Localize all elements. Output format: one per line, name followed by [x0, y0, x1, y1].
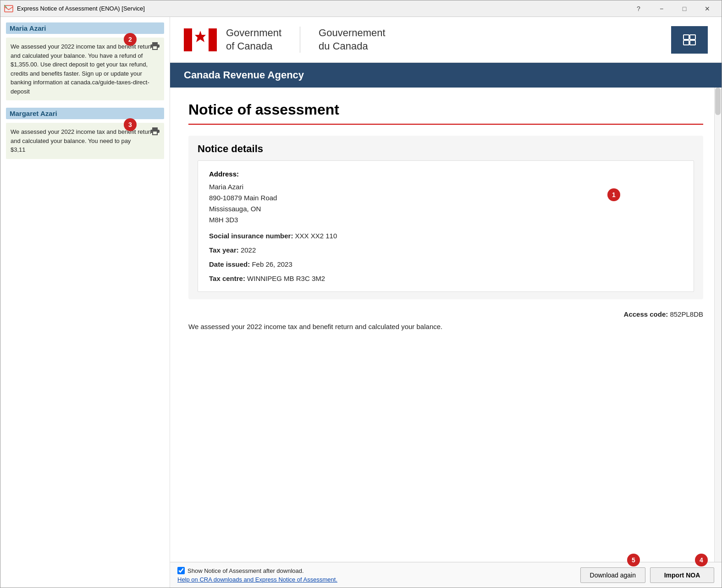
header-nav-box[interactable]	[671, 26, 708, 54]
scrollbar-thumb[interactable]	[715, 88, 721, 115]
download-again-button[interactable]: Download again	[580, 567, 645, 583]
person-1-name: Maria Azari	[6, 22, 164, 34]
date-issued-label: Date issued:	[209, 260, 250, 268]
tax-centre-field: Tax centre: WINNIPEG MB R3C 3M2	[209, 275, 683, 282]
notice-details-box: Notice details 1 Address: Maria Azari 89…	[188, 136, 703, 299]
doc-area: Notice of assessment Notice details 1 Ad…	[170, 88, 722, 562]
person-2-content: We assessed your 2022 income tax and ben…	[6, 123, 164, 159]
scrollbar-track[interactable]	[714, 88, 722, 562]
sidebar: Maria Azari We assessed your 2022 income…	[0, 17, 170, 588]
titlebar: Express Notice of Assessment (ENOA) [Ser…	[0, 0, 722, 17]
sin-label: Social insurance number:	[209, 232, 293, 240]
show-noa-label: Show Notice of Assessment after download…	[187, 567, 304, 574]
help-button[interactable]: ?	[628, 2, 649, 16]
noa-divider	[188, 124, 703, 125]
address-name: Maria Azari	[209, 181, 683, 192]
divider-line	[300, 27, 300, 53]
svg-rect-9	[690, 40, 695, 45]
gov-name-en: Government	[226, 27, 281, 40]
tax-year-value: 2022	[241, 246, 256, 254]
show-noa-checkbox-label[interactable]: Show Notice of Assessment after download…	[177, 567, 337, 574]
person-1-print-button[interactable]	[149, 41, 160, 54]
gov-header: Government of Canada Gouvernement du Can…	[170, 17, 722, 63]
date-issued-field: Date issued: Feb 26, 2023	[209, 260, 683, 268]
show-noa-checkbox[interactable]	[177, 567, 185, 574]
tax-centre-label: Tax centre:	[209, 275, 245, 282]
svg-rect-3	[209, 28, 217, 51]
tax-year-label: Tax year:	[209, 246, 239, 254]
sin-value: XXX XX2 110	[295, 232, 337, 240]
access-code-row: Access code: 852PL8DB	[188, 310, 703, 318]
sidebar-person-2: Margaret Azari We assessed your 2022 inc…	[6, 108, 164, 159]
agency-bar: Canada Revenue Agency	[170, 63, 722, 88]
assessed-text: We assessed your 2022 income tax and ben…	[188, 322, 703, 332]
gov-name-fr-block: Gouvernement du Canada	[319, 27, 386, 53]
address-street: 890-10879 Main Road	[209, 192, 683, 203]
close-button[interactable]: ✕	[697, 2, 718, 16]
details-card: 1 Address: Maria Azari 890-10879 Main Ro…	[198, 160, 694, 292]
gov-name-fr: Gouvernement	[319, 27, 386, 40]
sidebar-person-1: Maria Azari We assessed your 2022 income…	[6, 22, 164, 100]
gov-name-en-2: of Canada	[226, 40, 281, 53]
content-area: Government of Canada Gouvernement du Can…	[170, 17, 722, 588]
person-2-container: We assessed your 2022 income tax and ben…	[6, 123, 164, 159]
access-code-label: Access code:	[624, 310, 668, 318]
main-layout: Maria Azari We assessed your 2022 income…	[0, 17, 722, 588]
agency-name: Canada Revenue Agency	[184, 69, 304, 81]
app-window: Express Notice of Assessment (ENOA) [Ser…	[0, 0, 722, 588]
address-postal: M8H 3D3	[209, 214, 683, 225]
access-code-value: 852PL8DB	[670, 310, 703, 318]
tax-year-field: Tax year: 2022	[209, 246, 683, 254]
person-1-container: We assessed your 2022 income tax and ben…	[6, 38, 164, 100]
gov-name-en-block: Government of Canada	[226, 27, 281, 53]
bottom-bar: Show Notice of Assessment after download…	[170, 562, 722, 588]
notice-details-title: Notice details	[198, 143, 694, 155]
address-label: Address:	[209, 170, 683, 178]
person-2-text: We assessed your 2022 income tax and ben…	[11, 128, 153, 153]
person-2-name: Margaret Azari	[6, 108, 164, 119]
window-controls: ? − □ ✕	[628, 2, 718, 16]
bottom-actions: 5 4 Download again Import NOA	[580, 567, 714, 583]
app-icon	[4, 4, 13, 13]
person-1-content: We assessed your 2022 income tax and ben…	[6, 38, 164, 100]
bottom-left: Show Notice of Assessment after download…	[177, 567, 337, 583]
doc-scroll-area: Notice of assessment Notice details 1 Ad…	[170, 88, 722, 562]
sin-field: Social insurance number: XXX XX2 110	[209, 232, 683, 240]
noa-title: Notice of assessment	[188, 101, 703, 118]
tax-centre-value: WINNIPEG MB R3C 3M2	[247, 275, 325, 282]
window-title: Express Notice of Assessment (ENOA) [Ser…	[17, 5, 628, 12]
person-1-text: We assessed your 2022 income tax and ben…	[11, 43, 153, 95]
import-noa-button[interactable]: Import NOA	[650, 567, 714, 583]
svg-rect-8	[690, 35, 695, 39]
date-issued-value: Feb 26, 2023	[252, 260, 292, 268]
address-city: Mississauga, ON	[209, 203, 683, 214]
svg-rect-2	[184, 28, 192, 51]
help-link[interactable]: Help on CRA downloads and Express Notice…	[177, 576, 337, 583]
maximize-button[interactable]: □	[674, 2, 695, 16]
svg-rect-7	[683, 40, 689, 45]
svg-rect-6	[683, 35, 689, 39]
gov-text: Government of Canada Gouvernement du Can…	[226, 27, 386, 53]
canada-flag	[184, 28, 217, 51]
gov-name-fr-2: du Canada	[319, 40, 386, 53]
person-2-print-button[interactable]	[149, 126, 160, 139]
minimize-button[interactable]: −	[651, 2, 672, 16]
